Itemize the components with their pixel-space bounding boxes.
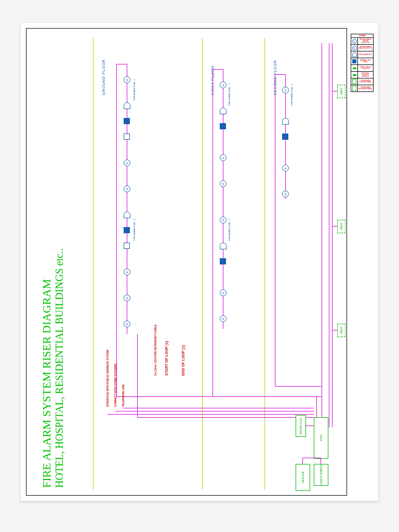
drawing-sheet: FIRE ALARM SYSTEM RISER DIAGRAM HOTEL, H… xyxy=(21,23,378,501)
device-smoke-gf-4: S xyxy=(124,321,130,327)
device-heat-gf-1: H xyxy=(124,159,130,166)
legend-box: LEGEND S ADDRESSABLE SMOKE DETECTOR H AD… xyxy=(351,34,374,92)
legend-sym-bell xyxy=(351,51,358,58)
legend-txt: ADDRESSABLE SMOKE DETECTOR xyxy=(358,38,373,44)
label-end-of-loop: END OF LOOP (1) xyxy=(181,345,185,376)
legend-txt: MONITOR / CONTROL MODULE xyxy=(358,72,373,78)
wire-other xyxy=(115,411,314,411)
legend-row: FIRE ALARM REPEATER PANEL xyxy=(351,85,373,91)
legend-sym-iso xyxy=(351,65,358,71)
label-telephone-line: TELEPHONE LINE xyxy=(122,384,125,407)
farp-stub-2f xyxy=(332,91,337,91)
legend-row: FIRE ALARM BELL xyxy=(351,51,373,58)
zone-label-2: FIRE ALARM ZONE - 2 xyxy=(133,219,136,241)
device-mod-gf-1 xyxy=(124,134,130,140)
floor-separator-2-1 xyxy=(264,38,265,490)
farp-2f-label: FARP xyxy=(340,88,343,95)
label-pa-interface: INTERFACE WITH PUBLIC ADDRESS SYSTEM xyxy=(106,350,109,407)
battery-box: BATTERY xyxy=(296,464,310,491)
legend-txt: ADDRESSABLE HEAT DETECTOR xyxy=(358,45,373,51)
device-smoke-1f-3: S xyxy=(220,217,226,223)
legend-sym-smoke: S xyxy=(351,38,358,44)
legend-row: H ADDRESSABLE HEAT DETECTOR xyxy=(351,45,373,51)
auto-dialer-label: AUTO DIALER xyxy=(299,417,302,434)
loop-1f-cap xyxy=(212,69,223,70)
riser-end xyxy=(322,386,322,417)
legend-sym-mod xyxy=(351,72,358,78)
loop-1f-top xyxy=(212,69,213,396)
loop-2f-right xyxy=(275,386,322,387)
riser-start xyxy=(137,334,138,417)
legend-txt: FIRE ALARM CONTROL PANEL xyxy=(358,78,373,85)
device-smoke-1f-1: S xyxy=(220,82,226,88)
legend-row: MANUAL CALL POINT xyxy=(351,58,373,65)
device-bell-2f xyxy=(282,118,288,124)
device-mcp-2f xyxy=(282,134,288,140)
device-heat-1f-1: H xyxy=(220,154,226,161)
facp-feed-end-v xyxy=(316,396,317,417)
zone-label-1: FIRE ALARM ZONE - 1 xyxy=(133,78,136,100)
farp-gf: FARP xyxy=(337,324,345,337)
power-supply-label: POWER SUPPLY xyxy=(320,464,323,485)
farp-riser-1 xyxy=(329,43,329,428)
device-smoke-2f-1: S xyxy=(282,87,288,93)
farp-2f: FARP xyxy=(337,85,345,98)
loop-2f-top xyxy=(275,74,275,386)
device-heat-gf-2: H xyxy=(124,269,130,275)
loop-gf-cap xyxy=(116,64,127,64)
loop-gf-top xyxy=(116,64,117,396)
label-ground-floor: GROUND FLOOR xyxy=(102,59,105,95)
device-heat-1f-2: H xyxy=(220,289,226,296)
wire-dialer-facp xyxy=(305,425,314,426)
legend-title: LEGEND xyxy=(351,34,373,38)
facp-feed-start xyxy=(137,417,316,418)
legend-sym-mcp xyxy=(351,58,358,64)
farp-stub-gf xyxy=(332,330,337,330)
device-mod-gf-2 xyxy=(124,243,130,249)
label-start-of-loop: START OF LOOP (1) xyxy=(165,341,168,376)
device-bell-gf-1 xyxy=(124,102,130,109)
loop-2f-dev-cap xyxy=(275,74,285,75)
device-mcp-gf-2 xyxy=(124,227,130,233)
device-smoke-2f-2: S xyxy=(282,191,288,197)
device-smoke-1f-4: S xyxy=(220,315,226,322)
device-smoke-1f-2: S xyxy=(220,180,226,187)
legend-row: S ADDRESSABLE SMOKE DETECTOR xyxy=(351,38,373,45)
loop-gf-riser-join xyxy=(116,396,322,397)
device-smoke-gf-1: S xyxy=(124,76,130,83)
farp-riser-2 xyxy=(332,43,332,428)
device-bell-gf-2 xyxy=(124,211,130,218)
device-mcp-1f-2 xyxy=(220,258,226,264)
wire-power-batt-h xyxy=(302,458,321,458)
wire-tel xyxy=(123,408,314,408)
power-supply-box: POWER SUPPLY xyxy=(314,464,328,486)
device-heat-2f: H xyxy=(282,165,288,171)
drawing-frame: FIRE ALARM SYSTEM RISER DIAGRAM HOTEL, H… xyxy=(26,28,347,496)
legend-txt: FIRE ALARM BELL xyxy=(358,51,373,58)
device-mcp-gf-1 xyxy=(124,118,130,124)
loop-2f-riser-out xyxy=(322,43,322,386)
legend-row: FIRE ALARM CONTROL PANEL xyxy=(351,78,373,85)
farp-stub-1f xyxy=(332,226,337,227)
farp-1f: FARP xyxy=(337,220,345,233)
device-smoke-gf-2: S xyxy=(124,185,130,192)
wire-power-batt-v xyxy=(302,458,303,464)
legend-txt: FIRE ALARM REPEATER PANEL xyxy=(358,85,373,91)
battery-label: BATTERY xyxy=(301,472,304,484)
title-line-1: FIRE ALARM SYSTEM RISER DIAGRAM xyxy=(40,279,54,488)
device-mcp-1f-1 xyxy=(220,123,226,129)
legend-row: MONITOR / CONTROL MODULE xyxy=(351,72,373,78)
wire-pa xyxy=(108,414,314,415)
farp-1f-label: FARP xyxy=(340,223,343,230)
legend-sym-facp xyxy=(351,78,358,85)
legend-sym-farp xyxy=(351,85,358,91)
label-other-systems: CONNECT WITH OTHER SYSTEMS xyxy=(114,364,117,407)
facp-label: FACP xyxy=(320,434,323,441)
drawing-area: FIRE ALARM SYSTEM RISER DIAGRAM HOTEL, H… xyxy=(31,33,342,491)
facp-box: FACP xyxy=(314,417,328,459)
zone-label-4: FIRE ALARM ZONE - 4 xyxy=(228,219,231,241)
auto-dialer-box: AUTO DIALER xyxy=(296,415,306,437)
device-bell-1f-1 xyxy=(220,108,226,114)
device-bell-1f-2 xyxy=(220,243,226,249)
floor-separator-1-g xyxy=(202,38,203,490)
